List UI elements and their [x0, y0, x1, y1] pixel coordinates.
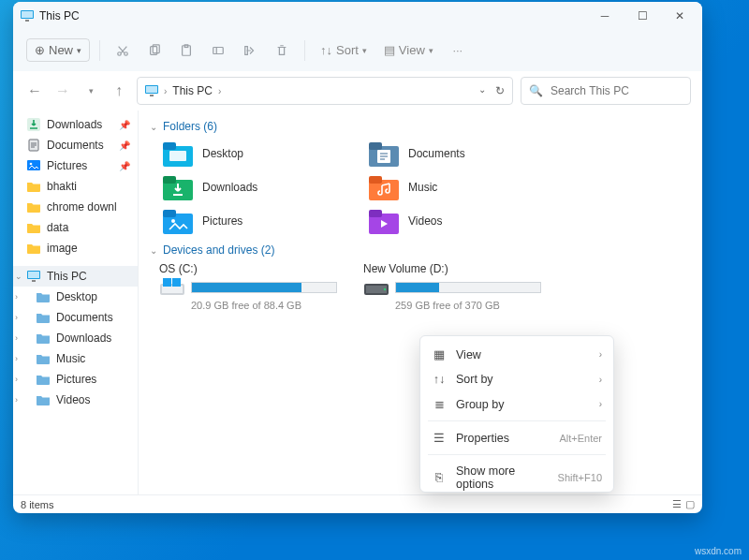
folder-item-pictures[interactable]: Pictures — [159, 206, 346, 236]
window-title: This PC — [39, 9, 80, 22]
sidebar-item-bhakti[interactable]: bhakti — [13, 176, 138, 197]
svg-rect-10 — [245, 46, 248, 54]
large-icons-view-button[interactable]: ▢ — [685, 498, 695, 510]
up-button[interactable]: ↑ — [109, 81, 129, 101]
back-button[interactable]: ← — [24, 81, 45, 101]
folder-item-videos[interactable]: Videos — [365, 206, 552, 236]
image-icon — [26, 158, 41, 173]
close-button[interactable]: ✕ — [661, 3, 698, 29]
command-bar: ⊕ New ▾ ↑↓ Sort ▾ ▤ View ▾ ··· — [13, 30, 702, 71]
more-button[interactable]: ··· — [445, 37, 471, 65]
folders-group-label: Folders (6) — [163, 120, 217, 133]
chevron-right-icon: › — [599, 375, 602, 385]
ctx-item-label: Properties — [456, 432, 550, 445]
maximize-button[interactable]: ☐ — [624, 3, 661, 29]
share-button[interactable] — [237, 37, 263, 65]
forward-button[interactable]: → — [52, 81, 73, 101]
refresh-button[interactable]: ↻ — [495, 84, 505, 97]
svg-point-17 — [30, 163, 33, 166]
sidebar-item-label: Pictures — [47, 159, 87, 172]
svg-rect-13 — [150, 95, 154, 96]
folder-item-desktop[interactable]: Desktop — [159, 139, 346, 169]
chevron-right-icon: › — [164, 86, 167, 96]
sidebar-item-desktop[interactable]: ›Desktop — [13, 287, 138, 307]
search-icon: 🔍 — [529, 84, 543, 97]
cut-button[interactable] — [110, 37, 136, 65]
view-icon: ▦ — [432, 347, 447, 361]
ctx-properties[interactable]: ☰PropertiesAlt+Enter — [426, 425, 608, 450]
sidebar-item-data[interactable]: data — [13, 217, 138, 238]
sidebar-item-label: Music — [56, 352, 85, 365]
pin-icon: 📌 — [119, 140, 130, 151]
chevron-down-icon: ⌄ — [150, 245, 157, 256]
titlebar: This PC ─ ☐ ✕ — [13, 2, 702, 30]
ctx-show-more-options[interactable]: ⎘Show more optionsShift+F10 — [426, 459, 608, 496]
folder-item-downloads[interactable]: Downloads — [159, 172, 346, 202]
new-button[interactable]: ⊕ New ▾ — [26, 38, 90, 62]
sidebar-item-chrome-downl[interactable]: chrome downl — [13, 197, 138, 217]
view-button[interactable]: ▤ View ▾ — [378, 43, 439, 57]
watermark: wsxdn.com — [695, 546, 742, 556]
sidebar-item-downloads[interactable]: Downloads📌 — [13, 114, 138, 135]
drive-label: New Volume (D:) — [363, 262, 541, 275]
drives-group-header[interactable]: ⌄ Devices and drives (2) — [150, 243, 693, 257]
sidebar-item-pictures[interactable]: Pictures📌 — [13, 155, 138, 176]
ctx-sort-by[interactable]: ↑↓Sort by› — [426, 367, 608, 391]
sidebar-item-videos[interactable]: ›Videos — [13, 390, 138, 410]
sidebar-item-label: bhakti — [47, 180, 77, 193]
address-bar[interactable]: › This PC › ⌄ ↻ — [137, 77, 513, 105]
rename-button[interactable] — [205, 37, 231, 65]
paste-button[interactable] — [173, 37, 199, 65]
sidebar-item-downloads[interactable]: ›Downloads — [13, 328, 138, 348]
sidebar-item-documents[interactable]: Documents📌 — [13, 135, 138, 155]
sidebar-item-music[interactable]: ›Music — [13, 348, 138, 369]
minimize-button[interactable]: ─ — [586, 3, 624, 29]
drive-item[interactable]: New Volume (D:) 259 GB free of 370 GB — [363, 262, 541, 311]
sidebar-item-pictures[interactable]: ›Pictures — [13, 369, 138, 390]
svg-rect-32 — [163, 210, 176, 217]
sidebar-item-label: Downloads — [47, 118, 102, 131]
search-box[interactable]: 🔍 — [521, 77, 691, 105]
image-folder-icon — [163, 208, 193, 234]
drive-item[interactable]: OS (C:) 20.9 GB free of 88.4 GB — [159, 262, 337, 311]
chevron-right-icon[interactable]: › — [15, 333, 18, 343]
drives-row: OS (C:) 20.9 GB free of 88.4 GB New Volu… — [159, 262, 693, 311]
ctx-view[interactable]: ▦View› — [426, 342, 608, 367]
group-icon: ≣ — [432, 397, 447, 411]
svg-rect-22 — [163, 142, 176, 150]
chevron-right-icon[interactable]: › — [15, 375, 18, 384]
folder-icon — [36, 351, 51, 366]
pin-icon: 📌 — [119, 161, 130, 171]
folder-label: Downloads — [202, 181, 257, 194]
svg-rect-28 — [163, 176, 176, 184]
chevron-down-icon[interactable]: ⌄ — [15, 272, 22, 281]
svg-point-33 — [171, 219, 175, 223]
svg-rect-30 — [369, 176, 382, 184]
chevron-right-icon[interactable]: › — [15, 313, 18, 322]
sidebar-item-image[interactable]: image — [13, 238, 138, 258]
chevron-down-icon: ▾ — [362, 46, 367, 55]
recent-button[interactable]: ▾ — [81, 81, 101, 101]
address-dropdown-icon[interactable]: ⌄ — [478, 84, 486, 97]
search-input[interactable] — [549, 83, 683, 98]
details-view-button[interactable]: ☰ — [672, 498, 682, 510]
ctx-item-label: Group by — [456, 398, 590, 411]
delete-button[interactable] — [269, 37, 295, 65]
ctx-item-label: View — [456, 348, 590, 361]
folder-item-documents[interactable]: Documents — [365, 139, 552, 169]
chevron-right-icon[interactable]: › — [15, 292, 18, 302]
chevron-right-icon[interactable]: › — [15, 395, 18, 405]
copy-button[interactable] — [141, 37, 168, 65]
sort-icon: ↑↓ — [320, 43, 332, 57]
ctx-group-by[interactable]: ≣Group by› — [426, 391, 608, 417]
folders-group-header[interactable]: ⌄ Folders (6) — [150, 120, 693, 133]
sidebar-item-this-pc[interactable]: ⌄This PC — [13, 266, 138, 287]
sidebar-item-label: Desktop — [56, 290, 97, 303]
folder-item-music[interactable]: Music — [365, 172, 552, 202]
video-folder-icon — [369, 208, 399, 234]
drives-group-label: Devices and drives (2) — [163, 243, 274, 257]
sort-button[interactable]: ↑↓ Sort ▾ — [315, 43, 373, 57]
breadcrumb[interactable]: This PC — [172, 84, 213, 97]
sidebar-item-documents[interactable]: ›Documents — [13, 307, 138, 328]
chevron-right-icon[interactable]: › — [15, 354, 18, 363]
